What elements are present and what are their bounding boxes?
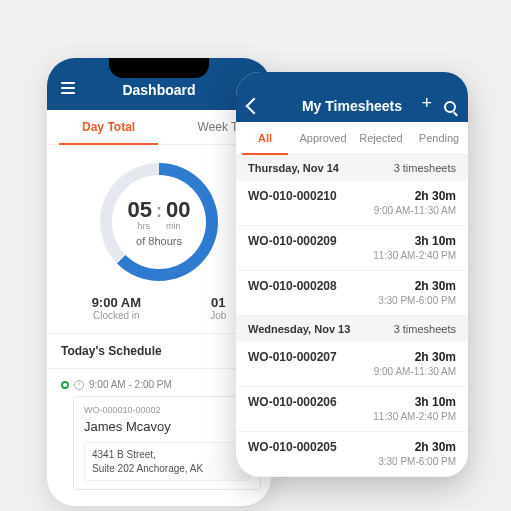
- section-header: Thursday, Nov 143 timesheets: [236, 155, 468, 181]
- tab-rejected[interactable]: Rejected: [352, 122, 410, 154]
- timesheets-header: My Timesheets +: [236, 72, 468, 122]
- timesheet-range: 11:30 AM-2:40 PM: [248, 250, 456, 261]
- timesheet-id: WO-010-000206: [248, 395, 337, 409]
- timesheet-row[interactable]: WO-010-0002093h 10m11:30 AM-2:40 PM: [236, 226, 468, 271]
- add-icon[interactable]: +: [421, 93, 432, 114]
- min-label: min: [166, 221, 181, 231]
- timesheet-id: WO-010-000205: [248, 440, 337, 454]
- clockin-time: 9:00 AM: [92, 295, 141, 310]
- timesheet-list: Thursday, Nov 143 timesheetsWO-010-00021…: [236, 155, 468, 477]
- status-dot-icon: [61, 381, 69, 389]
- schedule-time-range: 9:00 AM - 2:00 PM: [89, 379, 172, 390]
- tab-day-total[interactable]: Day Total: [47, 110, 170, 144]
- job-count: 01: [211, 295, 225, 310]
- hours-value: 05: [128, 197, 152, 223]
- section-header: Wednesday, Nov 133 timesheets: [236, 316, 468, 342]
- timesheet-id: WO-010-000209: [248, 234, 337, 248]
- timesheet-range: 3:30 PM-6:00 PM: [248, 456, 456, 467]
- address-line2: Suite 202 Anchorage, AK: [92, 462, 242, 476]
- section-count: 3 timesheets: [394, 323, 456, 335]
- customer-name: James Mcavoy: [84, 419, 250, 434]
- timesheets-phone: My Timesheets + All Approved Rejected Pe…: [236, 72, 468, 477]
- timesheet-duration: 3h 10m: [415, 234, 456, 248]
- tab-approved[interactable]: Approved: [294, 122, 352, 154]
- hrs-label: hrs: [137, 221, 150, 231]
- timesheet-row[interactable]: WO-010-0002072h 30m9:00 AM-11:30 AM: [236, 342, 468, 387]
- address-line1: 4341 B Street,: [92, 448, 242, 462]
- timesheet-duration: 2h 30m: [415, 279, 456, 293]
- section-date: Thursday, Nov 14: [248, 162, 339, 174]
- timesheet-tabs: All Approved Rejected Pending: [236, 122, 468, 155]
- timesheet-duration: 2h 30m: [415, 350, 456, 364]
- search-icon[interactable]: [444, 101, 456, 113]
- timesheet-range: 3:30 PM-6:00 PM: [248, 295, 456, 306]
- timesheet-row[interactable]: WO-010-0002082h 30m3:30 PM-6:00 PM: [236, 271, 468, 316]
- of-hours-label: of 8hours: [136, 235, 182, 247]
- work-order-id: WO-000010-00002: [84, 405, 161, 415]
- timesheet-id: WO-010-000207: [248, 350, 337, 364]
- clock-icon: [74, 380, 84, 390]
- hours-progress-ring: 05 : 00 hrs min of 8hours: [100, 163, 218, 281]
- menu-icon[interactable]: [61, 82, 75, 94]
- timesheet-duration: 3h 10m: [415, 395, 456, 409]
- timesheet-range: 9:00 AM-11:30 AM: [248, 366, 456, 377]
- timesheet-id: WO-010-000208: [248, 279, 337, 293]
- minutes-value: 00: [166, 197, 190, 223]
- timesheet-range: 9:00 AM-11:30 AM: [248, 205, 456, 216]
- job-label: Job: [210, 310, 226, 321]
- timesheet-row[interactable]: WO-010-0002102h 30m9:00 AM-11:30 AM: [236, 181, 468, 226]
- tab-all[interactable]: All: [236, 122, 294, 154]
- section-date: Wednesday, Nov 13: [248, 323, 350, 335]
- dashboard-title: Dashboard: [122, 82, 195, 98]
- timesheets-title: My Timesheets: [302, 98, 402, 114]
- time-colon: :: [156, 201, 162, 222]
- timesheet-duration: 2h 30m: [415, 189, 456, 203]
- timesheet-row[interactable]: WO-010-0002052h 30m3:30 PM-6:00 PM: [236, 432, 468, 477]
- address-box[interactable]: 4341 B Street, Suite 202 Anchorage, AK: [84, 442, 250, 481]
- clockin-label: Clocked in: [93, 310, 140, 321]
- schedule-card[interactable]: WO-000010-00002 Co James Mcavoy 4341 B S…: [73, 396, 261, 490]
- timesheet-row[interactable]: WO-010-0002063h 10m11:30 AM-2:40 PM: [236, 387, 468, 432]
- timesheet-id: WO-010-000210: [248, 189, 337, 203]
- device-notch: [109, 58, 209, 78]
- tab-pending[interactable]: Pending: [410, 122, 468, 154]
- section-count: 3 timesheets: [394, 162, 456, 174]
- back-arrow-icon[interactable]: [246, 98, 263, 115]
- timesheet-range: 11:30 AM-2:40 PM: [248, 411, 456, 422]
- timesheet-duration: 2h 30m: [415, 440, 456, 454]
